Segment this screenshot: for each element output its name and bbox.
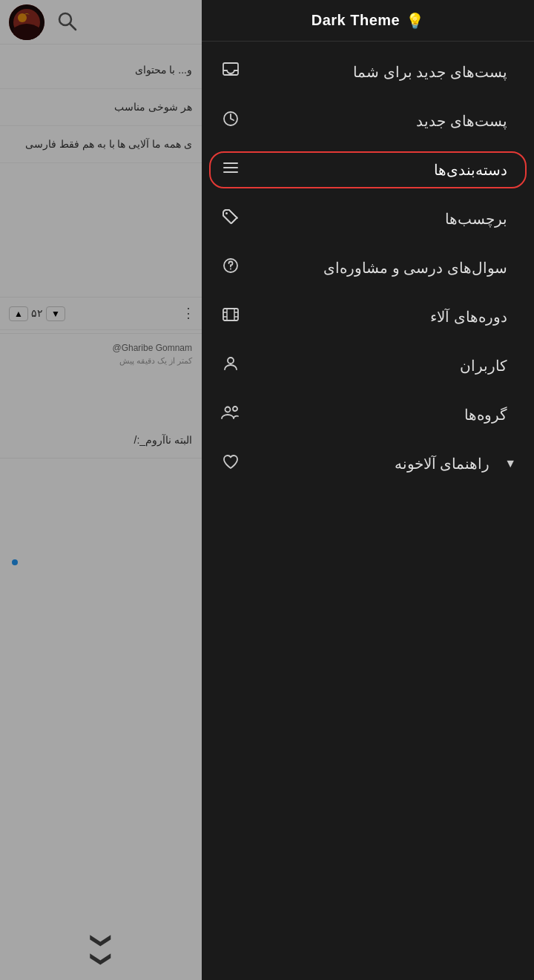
menu-item-qa[interactable]: سوال‌های درسی و مشاوره‌ای (202, 243, 534, 292)
menu-item-label-new-posts-for-you: پست‌های جدید برای شما (242, 63, 507, 81)
menu-item-label-users: کاربران (242, 357, 507, 375)
heart-icon (220, 453, 242, 475)
svg-point-20 (228, 358, 234, 364)
film-icon (220, 306, 242, 328)
dark-menu-panel: 💡 Dark Theme پست‌های جدید برای شما پست‌ه… (202, 0, 534, 980)
list-icon (220, 159, 242, 181)
clock-icon (220, 110, 242, 132)
menu-item-label-courses: دوره‌های آلاء (242, 308, 507, 326)
menu-item-tags[interactable]: برچسب‌ها (202, 194, 534, 243)
menu-item-courses[interactable]: دوره‌های آلاء (202, 292, 534, 341)
dark-theme-title: Dark Theme (312, 12, 400, 29)
menu-item-label-qa: سوال‌های درسی و مشاوره‌ای (242, 259, 507, 277)
lightbulb-icon: 💡 (406, 12, 424, 30)
svg-point-12 (230, 269, 231, 270)
menu-item-label-guide: راهنمای آلاخونه (242, 455, 490, 473)
svg-point-21 (225, 407, 231, 412)
question-icon (220, 257, 242, 279)
menu-item-groups[interactable]: گروه‌ها (202, 390, 534, 439)
menu-item-new-posts[interactable]: پست‌های جدید (202, 96, 534, 145)
svg-rect-13 (223, 309, 238, 320)
menu-items-list: پست‌های جدید برای شما پست‌های جدید دسته (202, 42, 534, 494)
dropdown-arrow-icon: ▼ (504, 457, 516, 470)
tag-icon (220, 208, 242, 230)
svg-point-22 (233, 407, 237, 411)
dark-overlay[interactable] (0, 0, 204, 980)
groups-icon (220, 404, 242, 426)
dark-panel-header: 💡 Dark Theme (202, 0, 534, 42)
menu-item-label-new-posts: پست‌های جدید (242, 112, 507, 130)
menu-item-label-groups: گروه‌ها (242, 406, 507, 424)
user-icon (220, 355, 242, 377)
svg-point-10 (225, 212, 228, 214)
menu-item-label-categories: دسته‌بندی‌ها (242, 161, 507, 179)
menu-item-users[interactable]: کاربران (202, 341, 534, 390)
inbox-icon (220, 61, 242, 83)
menu-item-guide[interactable]: ▼ راهنمای آلاخونه (202, 439, 534, 488)
menu-item-categories[interactable]: دسته‌بندی‌ها (202, 145, 534, 194)
menu-item-new-posts-for-you[interactable]: پست‌های جدید برای شما (202, 47, 534, 96)
menu-item-label-tags: برچسب‌ها (242, 210, 507, 228)
